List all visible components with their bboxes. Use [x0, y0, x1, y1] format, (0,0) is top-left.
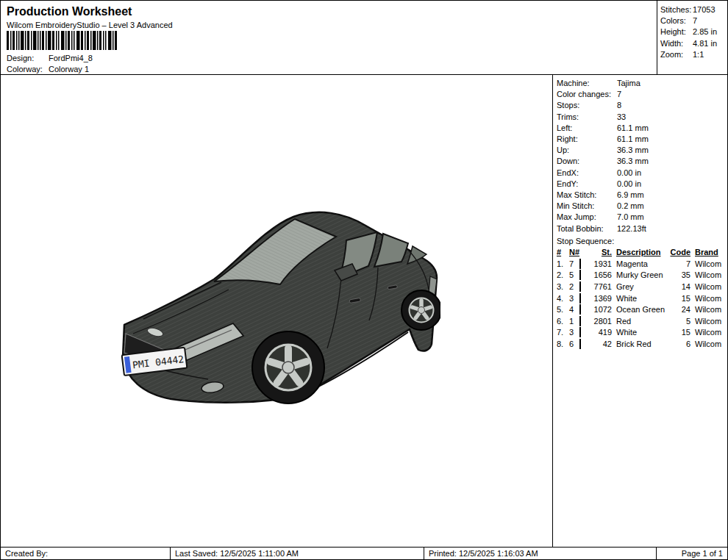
- stop-sequence-row: 8.6 42Brick Red 6Wilcom: [557, 339, 724, 351]
- page-indicator: Page 1 of 1: [656, 548, 727, 559]
- stop-sequence-row: 7.3 419White 15Wilcom: [557, 327, 724, 339]
- stop-sequence-row: 6.1 2801Red 5Wilcom: [557, 316, 724, 328]
- machine-info-row: Stops:8: [557, 100, 724, 111]
- car-embroidery-design: PMI 04442: [117, 207, 440, 407]
- design-value: FordPmi4_8: [49, 53, 93, 64]
- stop-sequence-row: 3.2 7761Grey 14Wilcom: [557, 281, 724, 293]
- stop-sequence-title: Stop Sequence:: [557, 236, 724, 247]
- stop-sequence-row: 5.4 1072Ocean Green 24Wilcom: [557, 304, 724, 316]
- machine-info-row: Min Stitch:0.2 mm: [557, 201, 724, 212]
- rear-wheel: [402, 290, 440, 330]
- machine-info-row: Right:61.1 mm: [557, 134, 724, 145]
- machine-info-row: Trims:33: [557, 112, 724, 123]
- stop-sequence-row: 2.5 1656Murky Green 35Wilcom: [557, 270, 724, 281]
- summary-stats-box: Stitches:17053 Colors:7 Height:2.85 in W…: [657, 1, 727, 75]
- stop-sequence-table: # N# St. Description Code Brand 1.7 1931…: [557, 247, 724, 350]
- thread-color-swatch: [579, 304, 581, 315]
- thread-color-swatch: [579, 270, 581, 280]
- created-by: Created By:: [1, 548, 170, 559]
- design-name-row: Design: FordPmi4_8: [7, 53, 93, 64]
- production-worksheet-page: Production Worksheet Wilcom EmbroiderySt…: [0, 0, 728, 560]
- thread-color-swatch: [579, 327, 581, 337]
- machine-info-row: Down:36.3 mm: [557, 156, 724, 167]
- worksheet-footer: Created By: Last Saved: 12/5/2025 1:11:0…: [1, 547, 727, 559]
- machine-info-row: Color changes:7: [557, 89, 724, 100]
- software-subtitle: Wilcom EmbroideryStudio – Level 3 Advanc…: [7, 21, 173, 29]
- machine-info-row: Machine:Tajima: [557, 78, 724, 89]
- thread-color-swatch: [579, 316, 581, 326]
- front-wheel: [252, 331, 324, 403]
- stat-row: Width:4.81 in: [660, 38, 724, 49]
- thread-color-swatch: [579, 339, 581, 349]
- printed-timestamp: Printed: 12/5/2025 1:16:03 AM: [424, 548, 656, 559]
- page-title: Production Worksheet: [7, 5, 132, 18]
- thread-color-swatch: [579, 259, 581, 269]
- stop-sequence-header-row: # N# St. Description Code Brand: [557, 247, 724, 259]
- stat-row: Stitches:17053: [660, 4, 724, 15]
- stat-row: Colors:7: [660, 15, 724, 26]
- machine-info-row: Max Stitch:6.9 mm: [557, 190, 724, 201]
- colorway-value: Colorway 1: [49, 64, 89, 75]
- stop-sequence-row: 4.3 1369White 15Wilcom: [557, 293, 724, 305]
- design-label: Design:: [7, 53, 49, 64]
- machine-info-row: EndY:0.00 in: [557, 179, 724, 190]
- stat-row: Zoom:1:1: [660, 49, 724, 60]
- machine-info-row: EndX:0.00 in: [557, 168, 724, 179]
- last-saved: Last Saved: 12/5/2025 1:11:00 AM: [170, 548, 424, 559]
- machine-info-panel: Machine:Tajima Color changes:7 Stops:8 T…: [552, 75, 727, 547]
- stop-sequence-row: 1.7 1931Magenta 7Wilcom: [557, 259, 724, 270]
- machine-info-row: Up:36.3 mm: [557, 145, 724, 156]
- thread-color-swatch: [579, 281, 581, 292]
- colorway-row: Colorway: Colorway 1: [7, 64, 89, 75]
- design-barcode-icon: [7, 31, 117, 50]
- stat-row: Height:2.85 in: [660, 26, 724, 37]
- design-canvas: PMI 04442: [1, 75, 552, 547]
- machine-info-row: Left:61.1 mm: [557, 123, 724, 134]
- worksheet-header: Production Worksheet Wilcom EmbroiderySt…: [1, 1, 727, 75]
- thread-color-swatch: [579, 293, 581, 304]
- machine-info-row: Total Bobbin:122.13ft: [557, 223, 724, 234]
- machine-info-row: Max Jump:7.0 mm: [557, 212, 724, 223]
- colorway-label: Colorway:: [7, 64, 49, 75]
